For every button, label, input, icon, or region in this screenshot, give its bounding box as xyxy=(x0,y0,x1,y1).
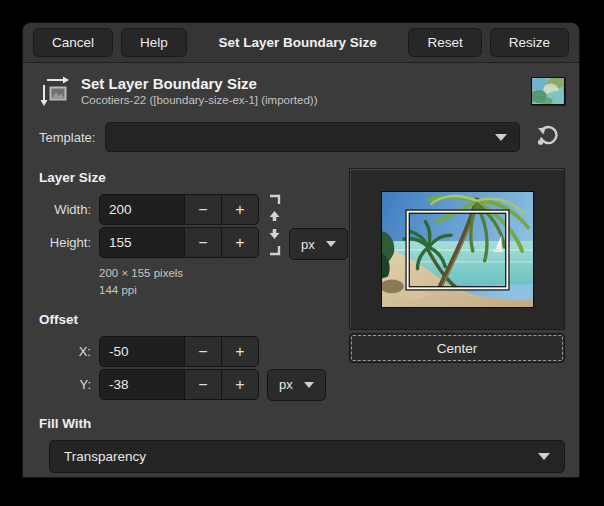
plus-icon: + xyxy=(235,376,244,393)
resolution-text: 144 ppi xyxy=(99,282,335,299)
template-row: Template: xyxy=(39,122,563,152)
minus-icon: − xyxy=(198,343,207,360)
width-label: Width: xyxy=(39,202,91,217)
minus-icon: − xyxy=(198,201,207,218)
screen: Cancel Help Set Layer Boundary Size Rese… xyxy=(0,0,604,506)
template-combobox[interactable] xyxy=(105,122,520,152)
width-increment-button[interactable]: + xyxy=(221,194,259,225)
cancel-button[interactable]: Cancel xyxy=(33,28,113,57)
titlebar: Cancel Help Set Layer Boundary Size Rese… xyxy=(23,23,579,63)
height-row: Height: − + xyxy=(39,227,259,258)
offset-y-row: Y: − + px xyxy=(61,369,335,400)
height-decrement-button[interactable]: − xyxy=(184,227,222,258)
fill-with-heading: Fill With xyxy=(39,416,565,431)
minus-icon: − xyxy=(198,376,207,393)
offset-y-increment-button[interactable]: + xyxy=(221,369,259,400)
layer-thumbnail xyxy=(531,77,565,105)
height-label: Height: xyxy=(39,235,91,250)
main-row: Layer Size Width: − + Height: xyxy=(39,168,565,400)
chain-toggle[interactable] xyxy=(268,194,282,260)
size-unit-value: px xyxy=(301,237,315,252)
left-column: Layer Size Width: − + Height: xyxy=(39,168,335,400)
resize-layer-icon xyxy=(39,74,71,108)
broken-chain-icon xyxy=(268,194,282,260)
plus-icon: + xyxy=(235,201,244,218)
minus-icon: − xyxy=(198,234,207,251)
help-button[interactable]: Help xyxy=(121,28,187,57)
size-unit-dropdown[interactable]: px xyxy=(289,228,348,260)
right-column: Center xyxy=(349,168,565,400)
height-input[interactable] xyxy=(99,227,185,258)
offset-x-label: X: xyxy=(61,344,91,359)
offset-heading: Offset xyxy=(39,312,335,327)
reset-button[interactable]: Reset xyxy=(408,28,481,57)
template-label: Template: xyxy=(39,130,95,145)
offset-x-input[interactable] xyxy=(99,336,185,367)
dialog-content: Set Layer Boundary Size Cocotiers-22 ([b… xyxy=(23,63,579,473)
header-subtitle: Cocotiers-22 ([boundary-size-ex-1] (impo… xyxy=(81,93,521,108)
preview-panel xyxy=(349,168,565,330)
header-text: Set Layer Boundary Size Cocotiers-22 ([b… xyxy=(81,75,521,108)
revert-icon xyxy=(536,125,558,150)
offset-unit-value: px xyxy=(279,377,293,392)
width-decrement-button[interactable]: − xyxy=(184,194,222,225)
plus-icon: + xyxy=(235,234,244,251)
width-row: Width: − + xyxy=(39,194,259,225)
header-title: Set Layer Boundary Size xyxy=(81,75,521,93)
template-reset-button[interactable] xyxy=(531,122,563,152)
layer-size-heading: Layer Size xyxy=(39,170,335,185)
center-button[interactable]: Center xyxy=(349,333,565,363)
height-increment-button[interactable]: + xyxy=(221,227,259,258)
chevron-down-icon xyxy=(495,134,507,141)
offset-section: Offset X: − + Y: − xyxy=(39,312,335,400)
resize-button[interactable]: Resize xyxy=(490,28,569,57)
offset-y-label: Y: xyxy=(61,377,91,392)
set-layer-boundary-size-dialog: Cancel Help Set Layer Boundary Size Rese… xyxy=(22,22,580,478)
width-input[interactable] xyxy=(99,194,185,225)
chevron-down-icon xyxy=(538,453,550,460)
size-block: Width: − + Height: − + xyxy=(39,194,335,260)
offset-x-row: X: − + xyxy=(61,336,335,367)
offset-x-decrement-button[interactable]: − xyxy=(184,336,222,367)
dialog-title: Set Layer Boundary Size xyxy=(195,35,401,50)
offset-unit-dropdown[interactable]: px xyxy=(267,369,326,401)
layer-preview-image[interactable] xyxy=(381,191,534,308)
offset-y-decrement-button[interactable]: − xyxy=(184,369,222,400)
size-info: 200 × 155 pixels 144 ppi xyxy=(99,265,335,299)
pixel-dimensions-text: 200 × 155 pixels xyxy=(99,265,335,282)
fill-with-dropdown[interactable]: Transparency xyxy=(49,440,565,473)
chevron-down-icon xyxy=(326,241,336,247)
offset-x-increment-button[interactable]: + xyxy=(221,336,259,367)
chevron-down-icon xyxy=(304,382,314,388)
plus-icon: + xyxy=(235,343,244,360)
dialog-header: Set Layer Boundary Size Cocotiers-22 ([b… xyxy=(39,74,565,108)
offset-y-input[interactable] xyxy=(99,369,185,400)
fill-with-value: Transparency xyxy=(64,449,538,464)
